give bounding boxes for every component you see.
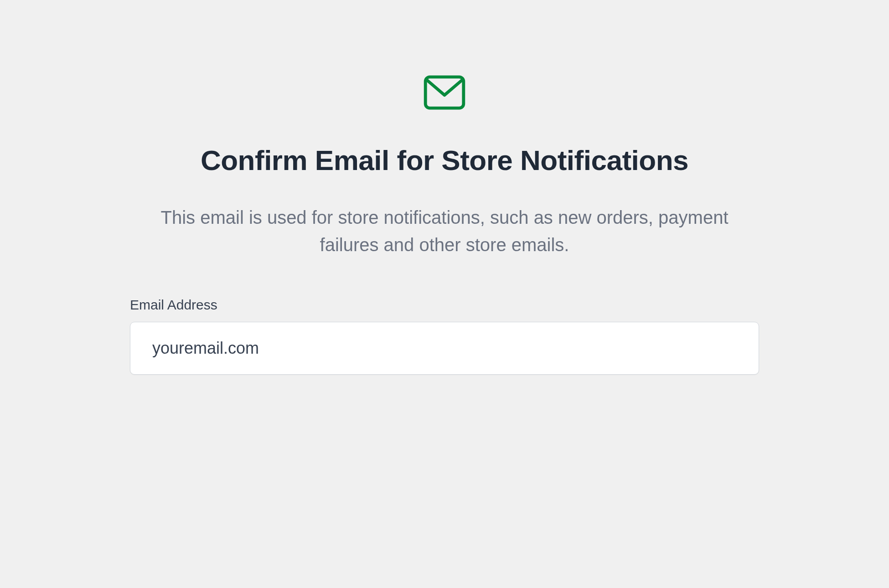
page-description: This email is used for store notificatio… [153,204,736,258]
email-field-label: Email Address [130,297,759,313]
icon-wrapper [424,75,465,110]
mail-icon [424,75,465,110]
confirm-email-panel: Confirm Email for Store Notifications Th… [130,75,759,588]
email-field[interactable] [130,322,759,375]
email-form-group: Email Address [130,297,759,375]
svg-rect-0 [425,77,464,108]
page-title: Confirm Email for Store Notifications [201,144,688,176]
